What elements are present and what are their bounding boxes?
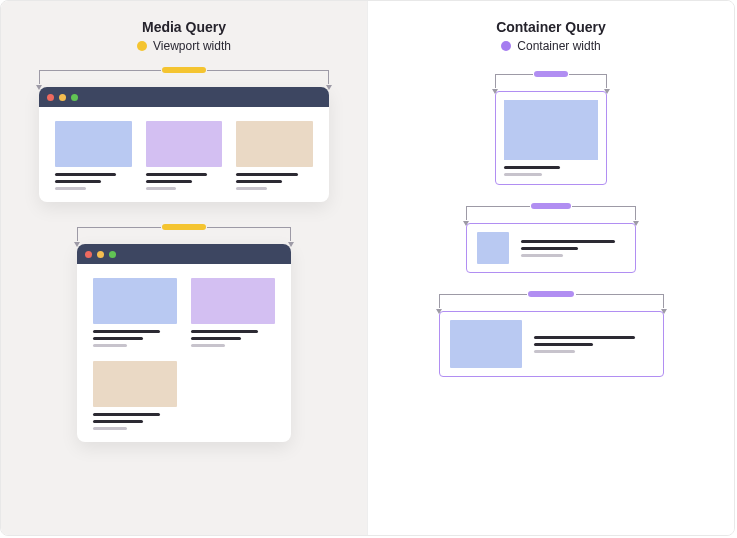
browser-window-narrow	[77, 244, 291, 442]
media-query-legend: Viewport width	[137, 39, 231, 53]
thumb-blue	[477, 232, 509, 264]
text-bars	[504, 166, 598, 176]
traffic-light-yellow-icon	[97, 251, 104, 258]
measure-handle-icon	[162, 224, 206, 230]
media-query-examples	[21, 67, 347, 464]
measure-handle-icon	[531, 203, 571, 209]
arrow-down-icon	[604, 89, 610, 94]
container-card-row	[466, 223, 636, 273]
browser-window-wide	[39, 87, 329, 202]
measure-bracket	[439, 291, 664, 313]
container-card-column	[495, 91, 607, 185]
card	[55, 121, 132, 190]
measure-handle-icon	[528, 291, 574, 297]
traffic-light-green-icon	[109, 251, 116, 258]
thumb-blue	[450, 320, 522, 368]
arrow-down-icon	[492, 89, 498, 94]
card	[93, 361, 177, 430]
window-titlebar	[77, 244, 291, 264]
arrow-down-icon	[36, 85, 42, 90]
window-titlebar	[39, 87, 329, 107]
thumb-lilac	[191, 278, 275, 324]
text-bars	[534, 336, 653, 353]
thumb-blue	[55, 121, 132, 167]
card	[191, 278, 275, 347]
traffic-light-red-icon	[47, 94, 54, 101]
arrow-down-icon	[74, 242, 80, 247]
traffic-light-yellow-icon	[59, 94, 66, 101]
legend-dot-icon	[137, 41, 147, 51]
arrow-down-icon	[661, 309, 667, 314]
thumb-blue	[504, 100, 598, 160]
arrow-down-icon	[436, 309, 442, 314]
diagram-canvas: Media Query Viewport width	[0, 0, 735, 536]
container-query-column: Container Query Container width	[367, 1, 734, 535]
measure-bracket	[466, 203, 636, 225]
arrow-down-icon	[288, 242, 294, 247]
container-card-row-wide	[439, 311, 664, 377]
text-bars	[521, 240, 625, 257]
legend-label: Container width	[517, 39, 600, 53]
thumb-beige	[236, 121, 313, 167]
thumb-blue	[93, 278, 177, 324]
card	[93, 278, 177, 347]
measure-bracket	[77, 224, 291, 246]
container-query-examples	[388, 67, 714, 377]
legend-label: Viewport width	[153, 39, 231, 53]
text-bars	[236, 173, 313, 190]
traffic-light-red-icon	[85, 251, 92, 258]
card	[146, 121, 223, 190]
measure-bracket	[39, 67, 329, 89]
measure-bracket	[495, 71, 607, 93]
text-bars	[146, 173, 223, 190]
arrow-down-icon	[326, 85, 332, 90]
media-query-title: Media Query	[142, 19, 226, 35]
container-query-legend: Container width	[501, 39, 600, 53]
thumb-beige	[93, 361, 177, 407]
measure-handle-icon	[534, 71, 568, 77]
container-query-title: Container Query	[496, 19, 606, 35]
traffic-light-green-icon	[71, 94, 78, 101]
text-bars	[55, 173, 132, 190]
card	[236, 121, 313, 190]
arrow-down-icon	[463, 221, 469, 226]
arrow-down-icon	[633, 221, 639, 226]
thumb-lilac	[146, 121, 223, 167]
media-query-column: Media Query Viewport width	[1, 1, 367, 535]
measure-handle-icon	[162, 67, 206, 73]
legend-dot-icon	[501, 41, 511, 51]
